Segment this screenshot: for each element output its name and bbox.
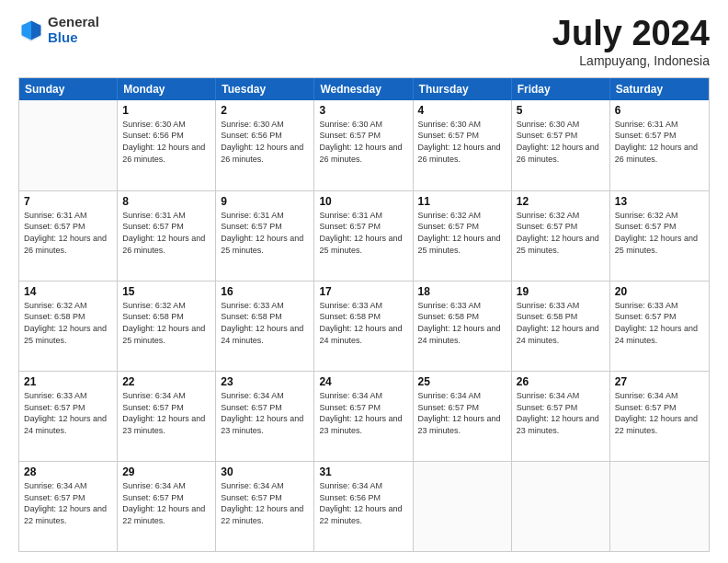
calendar-subtitle: Lampuyang, Indonesia bbox=[552, 53, 710, 68]
day-number: 3 bbox=[319, 104, 407, 117]
day-number: 6 bbox=[615, 104, 704, 117]
day-number: 8 bbox=[122, 195, 210, 208]
calendar-day-cell: 2Sunrise: 6:30 AM Sunset: 6:56 PM Daylig… bbox=[216, 100, 314, 190]
day-info: Sunrise: 6:34 AM Sunset: 6:57 PM Dayligh… bbox=[615, 390, 704, 436]
calendar-day-cell: 16Sunrise: 6:33 AM Sunset: 6:58 PM Dayli… bbox=[216, 282, 314, 371]
calendar-day-cell: 27Sunrise: 6:34 AM Sunset: 6:57 PM Dayli… bbox=[610, 372, 709, 461]
calendar-week-4: 21Sunrise: 6:33 AM Sunset: 6:57 PM Dayli… bbox=[19, 371, 709, 461]
title-block: July 2024 Lampuyang, Indonesia bbox=[552, 15, 710, 68]
day-number: 1 bbox=[122, 104, 210, 117]
day-number: 5 bbox=[517, 104, 605, 117]
day-info: Sunrise: 6:31 AM Sunset: 6:57 PM Dayligh… bbox=[221, 210, 309, 256]
day-number: 20 bbox=[615, 285, 704, 298]
header: General Blue July 2024 Lampuyang, Indone… bbox=[18, 15, 710, 68]
day-info: Sunrise: 6:34 AM Sunset: 6:57 PM Dayligh… bbox=[319, 390, 407, 436]
day-number: 29 bbox=[122, 465, 210, 478]
calendar-day-cell: 6Sunrise: 6:31 AM Sunset: 6:57 PM Daylig… bbox=[610, 100, 709, 190]
day-info: Sunrise: 6:34 AM Sunset: 6:57 PM Dayligh… bbox=[221, 480, 309, 526]
day-info: Sunrise: 6:34 AM Sunset: 6:57 PM Dayligh… bbox=[122, 390, 210, 436]
day-info: Sunrise: 6:31 AM Sunset: 6:57 PM Dayligh… bbox=[24, 210, 112, 256]
day-number: 19 bbox=[517, 285, 605, 298]
day-number: 12 bbox=[517, 195, 605, 208]
day-info: Sunrise: 6:33 AM Sunset: 6:57 PM Dayligh… bbox=[24, 390, 112, 436]
calendar-day-cell: 4Sunrise: 6:30 AM Sunset: 6:57 PM Daylig… bbox=[414, 100, 512, 190]
calendar-day-cell: 12Sunrise: 6:32 AM Sunset: 6:57 PM Dayli… bbox=[512, 191, 610, 281]
day-number: 18 bbox=[418, 285, 506, 298]
day-info: Sunrise: 6:34 AM Sunset: 6:57 PM Dayligh… bbox=[122, 480, 210, 526]
calendar-day-cell: 18Sunrise: 6:33 AM Sunset: 6:58 PM Dayli… bbox=[414, 282, 512, 371]
calendar-header-cell: Friday bbox=[512, 78, 610, 100]
calendar-day-cell: 7Sunrise: 6:31 AM Sunset: 6:57 PM Daylig… bbox=[19, 191, 118, 281]
calendar-header-cell: Tuesday bbox=[216, 78, 314, 100]
day-info: Sunrise: 6:30 AM Sunset: 6:57 PM Dayligh… bbox=[418, 119, 506, 165]
day-info: Sunrise: 6:34 AM Sunset: 6:57 PM Dayligh… bbox=[221, 390, 309, 436]
calendar-week-3: 14Sunrise: 6:32 AM Sunset: 6:58 PM Dayli… bbox=[19, 281, 709, 371]
day-info: Sunrise: 6:30 AM Sunset: 6:56 PM Dayligh… bbox=[122, 119, 210, 165]
calendar-day-cell: 14Sunrise: 6:32 AM Sunset: 6:58 PM Dayli… bbox=[19, 282, 118, 371]
day-number: 23 bbox=[221, 375, 309, 388]
calendar-title: July 2024 bbox=[552, 15, 710, 53]
calendar-day-cell: 1Sunrise: 6:30 AM Sunset: 6:56 PM Daylig… bbox=[118, 100, 216, 190]
day-number: 22 bbox=[122, 375, 210, 388]
day-number: 17 bbox=[319, 285, 407, 298]
calendar-week-1: 1Sunrise: 6:30 AM Sunset: 6:56 PM Daylig… bbox=[19, 100, 709, 190]
day-info: Sunrise: 6:34 AM Sunset: 6:57 PM Dayligh… bbox=[418, 390, 506, 436]
day-info: Sunrise: 6:32 AM Sunset: 6:57 PM Dayligh… bbox=[418, 210, 506, 256]
calendar-day-cell: 9Sunrise: 6:31 AM Sunset: 6:57 PM Daylig… bbox=[216, 191, 314, 281]
day-info: Sunrise: 6:33 AM Sunset: 6:58 PM Dayligh… bbox=[319, 300, 407, 346]
calendar-day-cell: 8Sunrise: 6:31 AM Sunset: 6:57 PM Daylig… bbox=[118, 191, 216, 281]
calendar-day-cell: 28Sunrise: 6:34 AM Sunset: 6:57 PM Dayli… bbox=[19, 462, 118, 551]
day-info: Sunrise: 6:33 AM Sunset: 6:58 PM Dayligh… bbox=[418, 300, 506, 346]
calendar: SundayMondayTuesdayWednesdayThursdayFrid… bbox=[18, 77, 710, 552]
calendar-week-2: 7Sunrise: 6:31 AM Sunset: 6:57 PM Daylig… bbox=[19, 190, 709, 281]
logo: General Blue bbox=[18, 15, 99, 45]
calendar-day-cell: 3Sunrise: 6:30 AM Sunset: 6:57 PM Daylig… bbox=[314, 100, 413, 190]
calendar-day-cell bbox=[414, 462, 512, 551]
calendar-day-cell: 10Sunrise: 6:31 AM Sunset: 6:57 PM Dayli… bbox=[314, 191, 413, 281]
day-info: Sunrise: 6:31 AM Sunset: 6:57 PM Dayligh… bbox=[319, 210, 407, 256]
day-number: 13 bbox=[615, 195, 704, 208]
day-number: 2 bbox=[221, 104, 309, 117]
day-number: 26 bbox=[517, 375, 605, 388]
calendar-day-cell: 26Sunrise: 6:34 AM Sunset: 6:57 PM Dayli… bbox=[512, 372, 610, 461]
day-info: Sunrise: 6:33 AM Sunset: 6:58 PM Dayligh… bbox=[221, 300, 309, 346]
logo-blue-text: Blue bbox=[48, 30, 99, 46]
day-number: 15 bbox=[122, 285, 210, 298]
calendar-week-5: 28Sunrise: 6:34 AM Sunset: 6:57 PM Dayli… bbox=[19, 461, 709, 551]
day-number: 9 bbox=[221, 195, 309, 208]
page: General Blue July 2024 Lampuyang, Indone… bbox=[0, 0, 728, 563]
day-number: 25 bbox=[418, 375, 506, 388]
day-info: Sunrise: 6:32 AM Sunset: 6:58 PM Dayligh… bbox=[24, 300, 112, 346]
day-number: 24 bbox=[319, 375, 407, 388]
calendar-day-cell: 20Sunrise: 6:33 AM Sunset: 6:57 PM Dayli… bbox=[610, 282, 709, 371]
calendar-day-cell: 11Sunrise: 6:32 AM Sunset: 6:57 PM Dayli… bbox=[414, 191, 512, 281]
day-info: Sunrise: 6:30 AM Sunset: 6:57 PM Dayligh… bbox=[517, 119, 605, 165]
calendar-day-cell: 13Sunrise: 6:32 AM Sunset: 6:57 PM Dayli… bbox=[610, 191, 709, 281]
calendar-day-cell: 24Sunrise: 6:34 AM Sunset: 6:57 PM Dayli… bbox=[314, 372, 413, 461]
calendar-day-cell: 19Sunrise: 6:33 AM Sunset: 6:58 PM Dayli… bbox=[512, 282, 610, 371]
calendar-header-cell: Thursday bbox=[414, 78, 512, 100]
day-number: 30 bbox=[221, 465, 309, 478]
day-number: 14 bbox=[24, 285, 112, 298]
calendar-day-cell: 31Sunrise: 6:34 AM Sunset: 6:56 PM Dayli… bbox=[314, 462, 413, 551]
day-info: Sunrise: 6:33 AM Sunset: 6:58 PM Dayligh… bbox=[517, 300, 605, 346]
day-info: Sunrise: 6:32 AM Sunset: 6:57 PM Dayligh… bbox=[615, 210, 704, 256]
day-number: 7 bbox=[24, 195, 112, 208]
calendar-header-cell: Wednesday bbox=[314, 78, 413, 100]
day-info: Sunrise: 6:31 AM Sunset: 6:57 PM Dayligh… bbox=[122, 210, 210, 256]
calendar-day-cell: 15Sunrise: 6:32 AM Sunset: 6:58 PM Dayli… bbox=[118, 282, 216, 371]
day-info: Sunrise: 6:31 AM Sunset: 6:57 PM Dayligh… bbox=[615, 119, 704, 165]
day-number: 31 bbox=[319, 465, 407, 478]
calendar-day-cell: 21Sunrise: 6:33 AM Sunset: 6:57 PM Dayli… bbox=[19, 372, 118, 461]
calendar-header-row: SundayMondayTuesdayWednesdayThursdayFrid… bbox=[19, 78, 709, 100]
calendar-day-cell: 22Sunrise: 6:34 AM Sunset: 6:57 PM Dayli… bbox=[118, 372, 216, 461]
day-number: 10 bbox=[319, 195, 407, 208]
day-number: 27 bbox=[615, 375, 704, 388]
calendar-day-cell: 5Sunrise: 6:30 AM Sunset: 6:57 PM Daylig… bbox=[512, 100, 610, 190]
day-info: Sunrise: 6:30 AM Sunset: 6:56 PM Dayligh… bbox=[221, 119, 309, 165]
day-number: 4 bbox=[418, 104, 506, 117]
calendar-day-cell bbox=[610, 462, 709, 551]
day-info: Sunrise: 6:34 AM Sunset: 6:56 PM Dayligh… bbox=[319, 480, 407, 526]
day-info: Sunrise: 6:32 AM Sunset: 6:58 PM Dayligh… bbox=[122, 300, 210, 346]
day-number: 11 bbox=[418, 195, 506, 208]
